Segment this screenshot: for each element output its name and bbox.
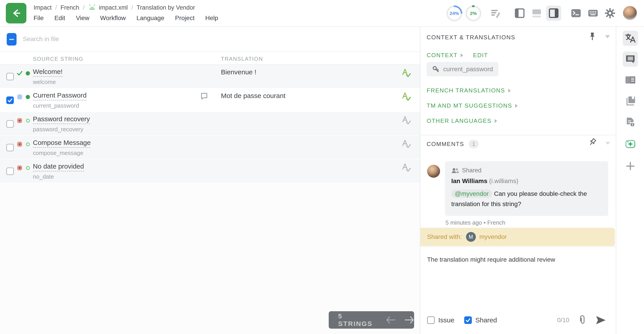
chevron-right-icon [461,53,463,57]
collapse-comments-icon[interactable] [606,142,610,145]
back-button[interactable] [6,3,26,23]
panel-divider [420,135,616,135]
drafts-icon[interactable] [488,5,503,21]
android-file-icon [88,4,96,12]
source-string[interactable]: Password recovery [33,115,90,124]
context-section-link[interactable]: CONTEXT [427,52,463,59]
layout-side-by-side-icon[interactable] [512,5,527,21]
spellcheck-icon [402,163,411,174]
status-untranslated-icon [16,141,23,147]
terms-tab-icon[interactable] [623,72,638,88]
breadcrumb-project[interactable]: Impact [34,4,52,11]
approved-progress-ring[interactable]: 2% [465,5,482,22]
console-icon[interactable] [568,5,584,21]
breadcrumb-separator: / [55,4,57,11]
chevron-right-icon [508,89,511,93]
top-bar: Impact / French / impact.xml / Translati… [0,0,644,27]
select-all-checkbox[interactable] [7,33,16,45]
comment-author-username: (i.williams) [489,177,518,184]
ai-assistant-tab-icon[interactable] [623,136,638,152]
vendor-avatar: M [466,232,476,242]
translation-column-header: TRANSLATION [221,56,263,62]
status-approval-icon [24,165,31,171]
unpin-comments-icon[interactable] [588,138,596,148]
menu-workflow[interactable]: Workflow [100,14,126,22]
shared-with-banner: Shared with: M myvendor [420,228,615,246]
translated-percent: 24% [446,5,463,22]
shared-label: Shared [476,316,497,324]
user-avatar[interactable] [623,6,637,20]
context-panel: CONTEXT & TRANSLATIONS CONTEXT EDIT curr… [420,27,616,334]
comments-tab-icon[interactable] [623,52,638,67]
breadcrumb-separator: / [83,4,85,11]
issue-label: Issue [438,316,454,324]
other-languages-section[interactable]: OTHER LANGUAGES [427,117,497,124]
mention-counter: 0/10 [557,317,570,324]
menu-edit[interactable]: Edit [54,14,65,22]
layout-right-panel-icon[interactable] [546,5,561,21]
dictionary-tab-icon[interactable] [623,93,638,109]
string-row[interactable]: Welcome! welcome Bienvenue ! [0,65,420,88]
menu-help[interactable]: Help [205,14,218,22]
search-input[interactable] [23,32,130,46]
source-column-header: SOURCE STRING [33,56,84,62]
chevron-right-icon [515,104,518,108]
source-string[interactable]: No date provided [33,163,84,171]
row-checkbox[interactable] [6,144,14,151]
menu-project[interactable]: Project [175,14,194,22]
spellcheck-icon [402,92,411,103]
comment-input[interactable]: The translation might require additional… [427,255,604,311]
translated-progress-ring[interactable]: 24% [446,5,463,22]
row-checkbox[interactable] [6,73,14,80]
breadcrumb-language[interactable]: French [60,4,80,11]
source-string[interactable]: Current Password [33,92,86,100]
add-panel-icon[interactable] [623,159,638,174]
status-untranslated-icon [16,165,23,171]
comment-message: @myvendor Can you please double-check th… [451,189,602,209]
source-string[interactable]: Compose Message [33,139,90,148]
panel-title: CONTEXT & TRANSLATIONS [427,34,516,41]
comment-author-name[interactable]: Ian Williams [451,177,488,184]
string-row[interactable]: Compose Message compose_message [0,136,420,160]
comment-icon[interactable] [200,92,208,101]
breadcrumb-file[interactable]: impact.xml [99,4,128,11]
editor-toolbar: 16 20 [0,27,420,52]
vendor-name[interactable]: myvendor [480,233,507,240]
strings-pager: 5 STRINGS [329,311,414,329]
menu-view[interactable]: View [76,14,89,22]
string-key-chip[interactable]: current_password [427,62,498,76]
chevron-right-icon [495,119,497,123]
translation-text: Mot de passe courant [221,92,286,100]
string-row[interactable]: Current Password current_password Mot de… [0,88,420,112]
previous-page-icon[interactable] [386,316,396,324]
row-checkbox[interactable] [6,96,14,104]
string-row[interactable]: No date provided no_date [0,160,420,183]
row-checkbox[interactable] [6,120,14,128]
translations-tab-icon[interactable] [623,31,638,46]
issue-checkbox[interactable] [427,316,435,324]
edit-context-link[interactable]: EDIT [473,52,488,59]
pin-panel-icon[interactable] [588,32,596,41]
next-page-icon[interactable] [404,316,414,324]
comment-shared-tag: Shared [462,167,482,174]
attach-file-icon[interactable] [578,315,586,325]
breadcrumb-mode[interactable]: Translation by Vendor [137,4,195,11]
settings-gear-icon[interactable] [602,5,618,21]
menu-language[interactable]: Language [136,14,164,22]
status-approval-icon [24,117,31,124]
tm-mt-suggestions-section[interactable]: TM AND MT SUGGESTIONS [427,102,518,109]
spellcheck-icon [402,68,411,79]
french-translations-section[interactable]: FRENCH TRANSLATIONS [427,87,511,94]
layout-top-bottom-icon[interactable] [529,5,544,21]
mention-chip[interactable]: @myvendor [451,189,492,198]
row-checkbox[interactable] [6,167,14,175]
file-info-tab-icon[interactable] [623,115,638,130]
shared-checkbox[interactable] [464,316,472,324]
string-row[interactable]: Password recovery password_recovery [0,112,420,136]
translation-text: Bienvenue ! [221,68,256,76]
collapse-panel-icon[interactable] [605,35,610,38]
source-string[interactable]: Welcome! [33,68,62,77]
menu-file[interactable]: File [34,14,44,22]
send-comment-icon[interactable] [596,316,606,325]
keyboard-icon[interactable] [586,5,600,21]
